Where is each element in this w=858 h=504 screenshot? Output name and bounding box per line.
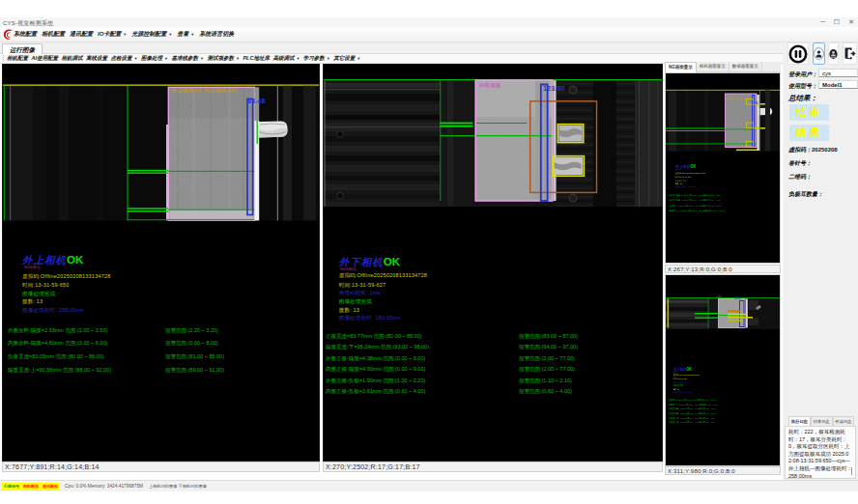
camera-capture-text: 上相机已拍图像 下相机已拍图像 — [149, 484, 207, 489]
model-label: 使用型号： — [788, 82, 817, 91]
ai-cost-line: 推理AI耗时: 1ms — [673, 380, 686, 383]
exit-button[interactable] — [843, 42, 857, 65]
app-window: CYS-视觉检测系统 ─ ☐ ✕ 系统配置 相机配置 通讯配置 IO卡配置▼ 光… — [0, 0, 858, 504]
tab-exec-log[interactable]: 执行日志 — [788, 416, 811, 426]
measure-row: 隔膜宽度-上=90.56mm 范围:(88.00 ~ 92.00) 报警范围:(… — [669, 210, 781, 212]
blue-measure-value: 83.48 — [752, 101, 758, 104]
chevron-down-icon: ▼ — [236, 56, 240, 61]
measure-row: 内侧正极-负极=2.61mm 范围:(0.60 ~ 4.00) 报警范围:(0.… — [669, 421, 771, 424]
camera-image-upper — [3, 65, 320, 462]
tab-data-view[interactable]: 数据画面显示 — [729, 62, 762, 72]
toolbar-item-baseline-params[interactable]: 基准线参数▼ — [171, 55, 203, 62]
tab-run-image[interactable]: 运行图像 — [2, 43, 43, 54]
menu-item-comm-config[interactable]: 通讯配置 — [70, 30, 93, 39]
chevron-down-icon: ▼ — [168, 32, 172, 37]
ng-preview-overlay-lower: AI检测板 123.80 外下相机OK NG光源(0) 虚拟码:Offline2… — [669, 289, 771, 452]
ng-light-note: NG光源(0) — [673, 371, 678, 373]
camera-image-lower — [324, 65, 663, 462]
camera-panel-upper[interactable]: 寻边阈值:93, 动态阈值:100 83.48 外上相机OK NG光源(1) 虚… — [2, 64, 320, 462]
toolbar-item-camera-config[interactable]: 相机配置 — [7, 55, 28, 62]
operator-button[interactable] — [828, 42, 839, 65]
virtual-code-label: 虚拟码：20250208 — [788, 146, 838, 154]
toolbar-item-advanced-debug[interactable]: 高级调试▼ — [272, 55, 300, 62]
menu-item-io-card-config[interactable]: IO卡配置▼ — [98, 30, 127, 39]
time-line: 时间:13-31-59-650 — [675, 176, 692, 179]
menu-item-view[interactable]: 查看▼ — [177, 30, 194, 39]
result-box-lower: 结果 — [789, 125, 829, 141]
comm-offline-chip: 通讯断线 — [41, 483, 60, 490]
measure-value: 隔膜宽度-下=95.24mm 范围:(93.00 ~ 98.00) — [669, 403, 700, 405]
chevron-down-icon: ▼ — [123, 32, 127, 37]
alarm-range: 报警范围:(1.10 ~ 2.10) — [699, 416, 714, 419]
toolbar-item-ai-usage-config[interactable]: AI使用配置 — [32, 55, 59, 62]
alarm-range: 报警范围:(83.00 ~ 87.00) — [698, 398, 715, 401]
alarm-range: 报警范围:(89.00 ~ 91.00) — [703, 210, 724, 212]
operator-badge-icon — [829, 48, 838, 60]
menu-item-light-control-config[interactable]: 光源控制配置▼ — [131, 30, 172, 39]
toolbar-item-learning-params[interactable]: 学习参数▼ — [303, 55, 330, 62]
login-user-field[interactable]: cys — [818, 69, 858, 77]
pause-button[interactable] — [787, 42, 809, 65]
menu-item-system-config[interactable]: 系统配置 — [14, 30, 37, 39]
total-result-label: 总结果： — [788, 94, 817, 103]
ng-preview-lower[interactable]: AI检测板 123.80 外下相机OK NG光源(0) 虚拟码:Offline2… — [665, 274, 781, 466]
virtual-code-line: 虚拟码:Offline20250208133134728 — [673, 374, 700, 377]
measure-row: 内侧正极-隔膜=4.30mm 范围:(0.00 ~ 9.00) 报警范围:(2.… — [669, 411, 771, 414]
virtual-code-value: 20250208 — [812, 147, 838, 153]
chevron-down-icon: ▼ — [190, 32, 194, 37]
tab-error-log[interactable]: 错误日志 — [833, 416, 855, 426]
film-count-line: 膜数: 13 — [673, 387, 679, 390]
log-tab-strip: 执行日志 结果日志 错误日志 — [788, 416, 854, 426]
app-status-bar: 心跳信号 相机断线 通讯断线 Cpu: 0.0% Memory: 3424.41… — [0, 480, 858, 491]
measure-row: 负极宽度=83.05mm 范围:(80.00 ~ 86.00) 报警范围:(81… — [669, 204, 781, 207]
toolbar-grip[interactable] — [3, 55, 4, 62]
alarm-range: 报警范围:(94.00 ~ 97.00) — [700, 403, 717, 406]
alarm-range: 报警范围:(2.20 ~ 3.20) — [702, 193, 721, 196]
title-bar: CYS-视觉检测系统 ─ ☐ ✕ — [0, 17, 858, 27]
battery-tab-shape — [259, 122, 288, 138]
chevron-down-icon: ▼ — [200, 56, 204, 61]
blue-measure-value: 123.80 — [734, 296, 741, 299]
measure-value: 隔膜宽度-上=90.56mm 范围:(88.00 ~ 92.00) — [669, 210, 703, 211]
log-scrollbar[interactable] — [851, 467, 852, 475]
measure-value: 外侧余料-隔膜=2.93mm 范围:(2.00 ~ 3.50) — [669, 193, 702, 195]
menu-item-camera-config[interactable]: 相机配置 — [42, 30, 65, 39]
threshold-text: 寻边阈值:93, 动态阈值:100 — [726, 98, 748, 100]
minimize-button[interactable]: ─ — [820, 17, 825, 27]
measure-value: 正极宽度=83.77mm 范围:(82.00 ~ 88.00) — [669, 398, 698, 400]
login-user-label: 登录用户： — [788, 70, 817, 79]
toolbar-item-image-processing[interactable]: 图像处理▼ — [141, 55, 168, 62]
measure-value: 外侧正极-隔膜=4.38mm 范围:(0.00 ~ 9.00) — [669, 407, 699, 409]
login-user-button[interactable] — [813, 42, 825, 65]
camera-name: 外下相机 — [673, 367, 687, 372]
measure-row: 外侧正极-隔膜=4.38mm 范围:(0.00 ~ 9.00) 报警范围:(2.… — [669, 407, 771, 410]
measure-row: 外侧余料-隔膜=2.93mm 范围:(2.00 ~ 3.50) 报警范围:(2.… — [669, 193, 781, 196]
toolbar-item-plc-address[interactable]: PLC地址库 — [243, 55, 270, 62]
close-button[interactable]: ✕ — [848, 17, 854, 27]
toolbar-item-offline-settings[interactable]: 离线设置 — [86, 55, 107, 62]
toolbar-item-spot-check[interactable]: 点检设置▼ — [111, 55, 138, 62]
model-field[interactable]: Model1 — [818, 80, 858, 89]
camera-overlay-lower: AI检测板 123.80 外下相机OK NG光源(0) 虚拟码:Offline2… — [669, 289, 771, 452]
tab-result-log[interactable]: 结果日志 — [811, 416, 833, 426]
film-count-line: 膜数: 13 — [675, 182, 682, 184]
alarm-range: 报警范围:(2.00 ~ 77.00) — [699, 411, 715, 414]
qrcode-label: 二维码： — [788, 173, 812, 182]
user-icon — [814, 47, 824, 60]
tab-ng-view[interactable]: NG画面显示 — [665, 62, 697, 72]
result-box-upper: 结果 — [789, 104, 829, 121]
pause-icon — [788, 44, 808, 64]
measure-row: 正极宽度=83.77mm 范围:(82.00 ~ 88.00) 报警范围:(83… — [669, 398, 771, 401]
ng-preview-upper[interactable]: 寻边阈值:93, 动态阈值:100 83.48 外上相机OK NG光源(1) 虚… — [665, 72, 781, 264]
camera-panel-lower[interactable]: AI检测板 123.80 外下相机OK NG光源(0) 虚拟码:Offline2… — [323, 64, 663, 462]
process-cost-line: 图像处理耗时: 183.00ms — [673, 391, 692, 394]
maximize-button[interactable]: ☐ — [834, 17, 840, 27]
toolbar-item-other-settings[interactable]: 其它设置▼ — [333, 55, 360, 62]
camera-result-headline: 外上相机OK — [675, 164, 697, 170]
toolbar-item-test-item-params[interactable]: 测试项参数▼ — [207, 55, 239, 62]
menu-item-language-switch[interactable]: 系统语言切换 — [199, 30, 234, 39]
camera-result-headline: 外下相机OK — [673, 367, 692, 373]
toolbar-item-camera-debug[interactable]: 相机调试 — [62, 55, 83, 62]
tab-camera-view[interactable]: 相机画面显示 — [697, 62, 729, 72]
log-text-box[interactable]: 耗时：222，极耳检测耗时：17，极耳分类耗时：0，极耳提取分区耗时：上方图提取… — [785, 426, 856, 479]
